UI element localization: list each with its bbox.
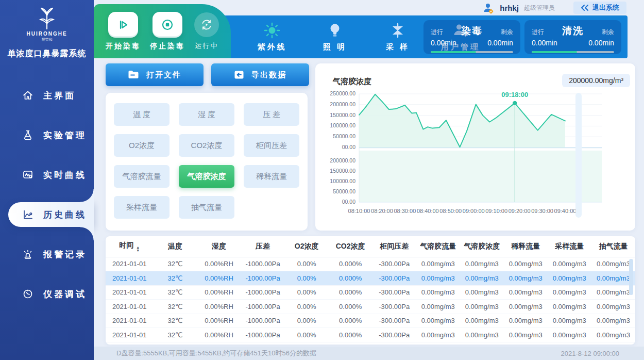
sidebar-item-instrument-debug[interactable]: 仪器调试 xyxy=(0,282,94,306)
history-curve-icon xyxy=(22,208,34,221)
stop-poison-button[interactable]: 停止染毒 xyxy=(150,12,185,51)
poison-status-card: 进行 染毒 剩余 0.00min 0.00min xyxy=(423,20,520,54)
table-row-4[interactable]: 2021-01-0132℃0.00%RH-1000.00Pa0.00%0.000… xyxy=(106,314,635,328)
column-header-0[interactable]: 时间▲▼ xyxy=(106,236,154,257)
column-header-4: O2浓度 xyxy=(285,236,329,257)
poison-remain-value: 0.00min xyxy=(487,39,513,47)
y-tick-label: 200000.00 xyxy=(315,101,355,107)
debug-icon xyxy=(22,288,34,300)
y-tick-label: 50000.00 xyxy=(315,133,355,139)
table-row-2[interactable]: 2021-01-0132℃0.00%RH-1000.00Pa0.00%0.000… xyxy=(106,285,635,300)
export-data-label: 导出数据 xyxy=(251,70,286,80)
clean-progress-bar xyxy=(532,51,614,53)
column-header-5: CO2浓度 xyxy=(329,236,372,257)
poison-progress-fill xyxy=(431,51,476,53)
column-header-6: 柜间压差 xyxy=(372,236,416,257)
table-row-0[interactable]: 2021-01-0132℃0.00%RH-1000.00Pa0.00%0.000… xyxy=(106,257,635,271)
table-scrollbar[interactable] xyxy=(629,259,633,295)
table-row-5[interactable]: 2021-01-0132℃0.00%RH-1000.00Pa0.00%0.000… xyxy=(106,328,635,342)
experiment-icon xyxy=(22,129,34,141)
chart-svg[interactable] xyxy=(315,63,635,231)
sidebar-item-alarm-records[interactable]: 报警记录 xyxy=(0,242,94,267)
open-file-icon xyxy=(128,70,139,79)
sidebar-item-main[interactable]: 主界面 xyxy=(0,83,94,108)
column-header-10: 采样流量 xyxy=(548,236,591,257)
export-icon xyxy=(234,70,244,79)
running-status: 运行中 xyxy=(194,12,219,51)
sidebar-item-history-curve[interactable]: 历史曲线 xyxy=(8,202,94,227)
clean-progress-fill xyxy=(532,51,577,53)
open-file-button[interactable]: 打开文件 xyxy=(106,63,204,86)
y-tick-label: 150000.00 xyxy=(315,112,355,118)
sidebar-item-label: 报警记录 xyxy=(43,249,87,260)
data-table: 时间▲▼温度湿度压差O2浓度CO2浓度柜间压差气溶胶流量气溶胶浓度稀释流量采样流… xyxy=(106,236,635,342)
param-grid: 温 度湿 度压 差O2浓度CO2浓度柜间压差气溶胶流量气溶胶浓度稀释流量采样流量… xyxy=(114,103,299,219)
param-button-10[interactable]: 抽气流量 xyxy=(179,196,234,219)
chart-scrollbar[interactable] xyxy=(575,93,582,218)
logo-icon xyxy=(32,6,62,30)
app-window: HUIRONGHE 慧荣和 单浓度口鼻暴露系统 主界面 实验管理 实时曲线 历史… xyxy=(0,0,644,360)
brand-name-cn: 慧荣和 xyxy=(0,37,94,42)
logout-label: 退出系统 xyxy=(592,3,619,12)
column-header-1: 温度 xyxy=(154,236,197,257)
chart-card: 气溶胶浓度 200000.00mg/m³ 250000.00200000.001… xyxy=(315,63,635,231)
avatar-icon xyxy=(482,2,495,14)
param-button-5[interactable]: 柜间压差 xyxy=(244,134,299,157)
sidebar-item-experiment[interactable]: 实验管理 xyxy=(0,123,94,148)
column-header-2: 湿度 xyxy=(197,236,241,257)
sampling-button[interactable]: 采 样 xyxy=(374,15,421,58)
logout-icon xyxy=(581,4,589,11)
sort-icon[interactable]: ▲▼ xyxy=(136,246,140,252)
lighting-label: 照 明 xyxy=(323,42,347,52)
param-button-8[interactable]: 稀释流量 xyxy=(244,165,299,188)
datetime: 2021-8-12 09:00:00 xyxy=(561,350,619,357)
param-button-6[interactable]: 气溶胶流量 xyxy=(114,165,170,188)
column-header-8: 气溶胶浓度 xyxy=(460,236,504,257)
param-button-1[interactable]: 湿 度 xyxy=(179,103,234,126)
table-row-1[interactable]: 2021-01-0132℃0.00%RH-1000.00Pa0.00%0.000… xyxy=(106,271,635,286)
sidebar-item-label: 历史曲线 xyxy=(43,209,87,221)
start-poison-button[interactable]: 开始染毒 xyxy=(106,12,141,51)
column-header-11: 抽气流量 xyxy=(591,236,635,257)
statusbar: D盘容量:5555KB,可用容量:5455KB,约可存储451天10时56分的数… xyxy=(94,347,644,360)
clean-remain-value: 0.00min xyxy=(588,39,614,47)
y-tick-label: 250000.00 xyxy=(315,90,355,96)
y-tick-label: 200000.00 xyxy=(315,157,355,163)
sidebar: HUIRONGHE 慧荣和 单浓度口鼻暴露系统 主界面 实验管理 实时曲线 历史… xyxy=(0,0,94,360)
sidebar-item-label: 实验管理 xyxy=(43,129,87,141)
clean-progress-value: 0.00min xyxy=(532,39,557,47)
start-icon xyxy=(116,18,130,31)
stop-icon xyxy=(161,18,174,31)
clean-title: 清洗 xyxy=(562,24,584,38)
param-button-7[interactable]: 气溶胶浓度 xyxy=(179,165,234,188)
param-button-9[interactable]: 采样流量 xyxy=(114,196,170,219)
param-button-3[interactable]: O2浓度 xyxy=(114,134,170,157)
parameter-panel: 温 度湿 度压 差O2浓度CO2浓度柜间压差气溶胶流量气溶胶浓度稀释流量采样流量… xyxy=(106,93,308,231)
y-tick-label: 00.00 xyxy=(315,199,355,205)
brand-name: HUIRONGHE xyxy=(0,31,94,37)
uv-button[interactable]: 紫外线 xyxy=(248,15,296,58)
lighting-button[interactable]: 照 明 xyxy=(311,15,359,58)
export-data-button[interactable]: 导出数据 xyxy=(211,63,309,86)
sidebar-item-realtime-curve[interactable]: 实时曲线 xyxy=(0,162,94,187)
table-body: 2021-01-0132℃0.00%RH-1000.00Pa0.00%0.000… xyxy=(106,257,635,342)
sidebar-item-label: 仪器调试 xyxy=(43,288,87,300)
y-tick-label: 150000.00 xyxy=(315,168,355,174)
param-button-4[interactable]: CO2浓度 xyxy=(179,134,234,157)
lighting-icon xyxy=(326,22,344,39)
realtime-curve-icon xyxy=(22,169,34,181)
column-header-7: 气溶胶流量 xyxy=(416,236,460,257)
toolbar-run-controls: 开始染毒 停止染毒 运行中 xyxy=(94,4,231,58)
start-poison-label: 开始染毒 xyxy=(106,42,141,51)
column-header-9: 稀释流量 xyxy=(504,236,548,257)
annotation-label: 09:18:00 xyxy=(494,91,535,99)
annotation-point xyxy=(513,101,517,105)
home-icon xyxy=(22,89,34,102)
y-tick-label: 100000.00 xyxy=(315,122,355,128)
chart-bottom-panel xyxy=(359,151,602,202)
param-button-2[interactable]: 压 差 xyxy=(244,103,299,126)
logout-button[interactable]: 退出系统 xyxy=(573,2,626,14)
table-row-3[interactable]: 2021-01-0132℃0.00%RH-1000.00Pa0.00%0.000… xyxy=(106,300,635,314)
param-button-0[interactable]: 温 度 xyxy=(114,103,170,126)
sidebar-item-label: 主界面 xyxy=(43,90,76,102)
